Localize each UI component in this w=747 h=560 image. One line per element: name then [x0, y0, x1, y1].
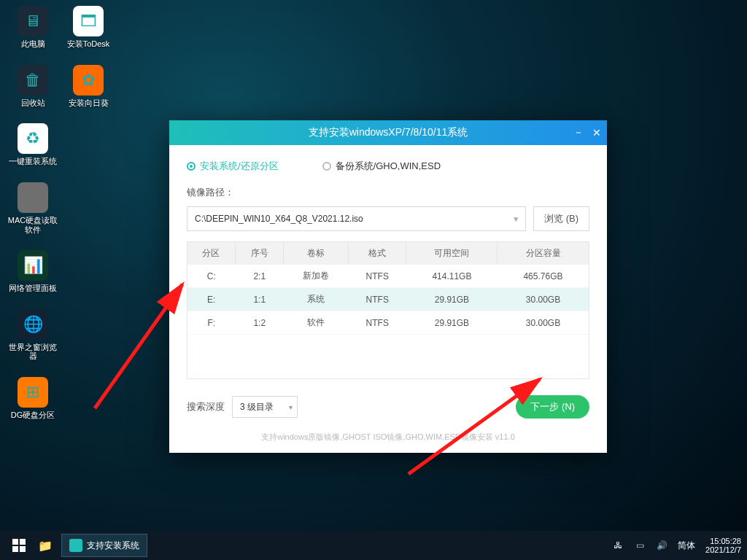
- dialog-title: 支持安装windowsXP/7/8/10/11系统: [309, 126, 468, 139]
- icon-label: 世界之窗浏览器: [7, 343, 58, 361]
- iso-path-dropdown[interactable]: C:\DEEPIN_WIN10_X64_Q8_V2021.12.iso ▼: [187, 206, 526, 231]
- cell-total: 465.76GB: [498, 265, 589, 288]
- radio-backup-label: 备份系统/GHO,WIN,ESD: [336, 160, 441, 173]
- column-header: 分区容量: [498, 242, 589, 265]
- browser-icon: 🌐: [18, 309, 48, 340]
- start-button[interactable]: [6, 534, 32, 557]
- column-header: 格式: [349, 242, 406, 265]
- desktop-icon-mac[interactable]: MAC硬盘读取软件: [7, 182, 58, 234]
- depth-select[interactable]: 3 级目录: [232, 396, 298, 418]
- volume-icon[interactable]: 🔊: [656, 540, 667, 551]
- cell-vol: 系统: [284, 288, 349, 311]
- column-header: 可用空间: [406, 242, 498, 265]
- clock-date: 2021/12/7: [705, 545, 741, 554]
- desktop-icon-net[interactable]: 📊网络管理面板: [7, 250, 58, 293]
- dialog-titlebar[interactable]: 支持安装windowsXP/7/8/10/11系统 － ✕: [169, 120, 607, 145]
- chevron-down-icon: ▼: [512, 215, 519, 223]
- icon-label: MAC硬盘读取软件: [7, 216, 58, 234]
- dialog-footer: 支持windows原版镜像,GHOST ISO镜像,GHO,WIM,ESD镜像安…: [187, 432, 589, 443]
- cell-fs: NTFS: [349, 288, 406, 311]
- radio-dot-icon: [187, 162, 196, 171]
- pc-icon: 🖥: [18, 6, 48, 36]
- column-header: 分区: [187, 242, 235, 265]
- icon-label: 网络管理面板: [9, 284, 57, 293]
- cell-total: 30.00GB: [498, 311, 589, 335]
- taskbar-clock[interactable]: 15:05:28 2021/12/7: [705, 537, 741, 554]
- recycle-icon: 🗑: [18, 65, 48, 96]
- cell-total: 30.00GB: [498, 288, 589, 311]
- close-button[interactable]: ✕: [592, 127, 601, 139]
- depth-value: 3 级目录: [240, 401, 274, 413]
- desktop-icon-dg[interactable]: ⊞DG硬盘分区: [7, 377, 58, 420]
- column-header: 序号: [235, 242, 283, 265]
- cell-seq: 2:1: [235, 265, 283, 288]
- cell-free: 29.91GB: [406, 311, 498, 335]
- svg-rect-2: [12, 539, 18, 545]
- cell-drive: C:: [187, 265, 235, 288]
- table-row[interactable]: E:1:1系统NTFS29.91GB30.00GB: [187, 288, 589, 311]
- table-row[interactable]: C:2:1新加卷NTFS414.11GB465.76GB: [187, 265, 589, 288]
- next-button[interactable]: 下一步 (N): [516, 395, 589, 419]
- app-icon: [69, 539, 82, 552]
- system-tray: 🖧 ▭ 🔊 简体 15:05:28 2021/12/7: [612, 537, 741, 554]
- icon-label: 此电脑: [21, 39, 45, 49]
- cell-seq: 1:2: [235, 311, 283, 335]
- install-dialog: 支持安装windowsXP/7/8/10/11系统 － ✕ 安装系统/还原分区 …: [169, 120, 607, 453]
- table-row[interactable]: F:1:2软件NTFS29.91GB30.00GB: [187, 311, 589, 335]
- icon-label: 回收站: [21, 98, 45, 108]
- clock-time: 15:05:28: [710, 537, 741, 545]
- svg-rect-3: [20, 539, 26, 545]
- network-icon[interactable]: 🖧: [612, 540, 624, 551]
- cell-vol: 软件: [284, 311, 349, 335]
- todesk-icon: 🗖: [73, 6, 104, 36]
- radio-install-label: 安装系统/还原分区: [200, 160, 279, 173]
- svg-rect-5: [20, 546, 26, 552]
- dg-icon: ⊞: [18, 377, 48, 408]
- cell-free: 414.11GB: [406, 265, 498, 288]
- column-header: 卷标: [284, 242, 349, 265]
- icon-label: 安装ToDesk: [67, 39, 110, 49]
- cell-fs: NTFS: [349, 265, 406, 288]
- sunflower-icon: ✿: [73, 65, 104, 96]
- desktop-icon-browser[interactable]: 🌐世界之窗浏览器: [7, 309, 58, 361]
- mac-icon: [18, 182, 48, 213]
- desktop-icon-pc[interactable]: 🖥此电脑: [7, 6, 58, 49]
- icon-label: 一键重装系统: [9, 157, 57, 166]
- icon-label: DG硬盘分区: [11, 411, 55, 420]
- svg-rect-4: [12, 546, 18, 552]
- desktop-icon-recycle[interactable]: 🗑回收站: [7, 65, 58, 108]
- depth-label: 搜索深度: [187, 400, 225, 413]
- partition-table: 分区序号卷标格式可用空间分区容量 C:2:1新加卷NTFS414.11GB465…: [187, 241, 589, 379]
- taskbar-app[interactable]: 支持安装系统: [61, 534, 147, 557]
- browse-button[interactable]: 浏览 (B): [533, 206, 589, 231]
- icon-label: 安装向日葵: [69, 98, 109, 108]
- taskbar: 📁 支持安装系统 🖧 ▭ 🔊 简体 15:05:28 2021/12/7: [0, 531, 747, 560]
- ime-indicator[interactable]: 简体: [678, 540, 695, 552]
- cell-free: 29.91GB: [406, 288, 498, 311]
- desktop-icon-reinstall[interactable]: ♻一键重装系统: [7, 123, 58, 166]
- desktop-icon-todesk[interactable]: 🗖安装ToDesk: [63, 6, 114, 49]
- action-center-icon[interactable]: ▭: [634, 540, 646, 551]
- desktop-icon-sunflower[interactable]: ✿安装向日葵: [63, 65, 114, 108]
- taskbar-app-label: 支持安装系统: [87, 540, 139, 552]
- radio-backup[interactable]: 备份系统/GHO,WIN,ESD: [322, 160, 441, 173]
- explorer-button[interactable]: 📁: [32, 534, 58, 557]
- path-label: 镜像路径：: [187, 186, 589, 199]
- cell-fs: NTFS: [349, 311, 406, 335]
- cell-drive: E:: [187, 288, 235, 311]
- minimize-button[interactable]: －: [573, 126, 584, 139]
- iso-path-value: C:\DEEPIN_WIN10_X64_Q8_V2021.12.iso: [195, 214, 363, 224]
- cell-vol: 新加卷: [284, 265, 349, 288]
- cell-seq: 1:1: [235, 288, 283, 311]
- radio-dot-icon: [322, 162, 331, 171]
- reinstall-icon: ♻: [18, 123, 48, 154]
- net-icon: 📊: [18, 250, 48, 281]
- cell-drive: F:: [187, 311, 235, 335]
- desktop: 🖥此电脑🗑回收站♻一键重装系统MAC硬盘读取软件📊网络管理面板🌐世界之窗浏览器⊞…: [0, 0, 747, 531]
- radio-install[interactable]: 安装系统/还原分区: [187, 160, 279, 173]
